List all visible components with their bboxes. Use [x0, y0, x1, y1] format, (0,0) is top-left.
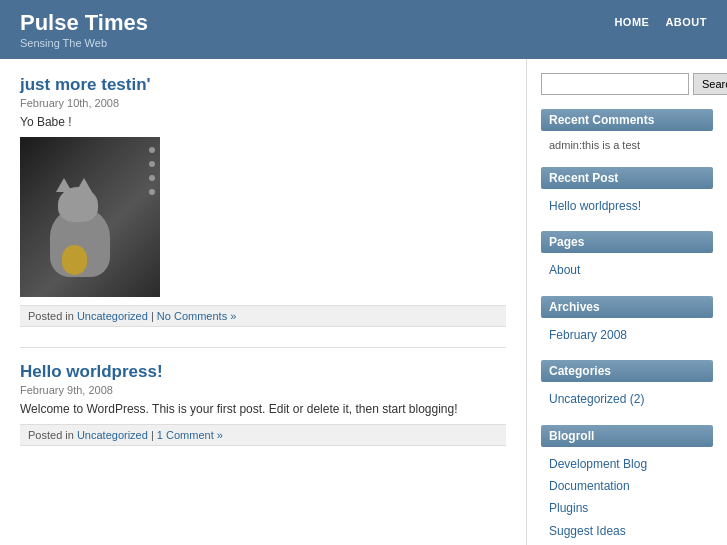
post-image	[20, 137, 160, 297]
page-wrapper: just more testin' February 10th, 2008 Yo…	[0, 59, 727, 545]
site-tagline: Sensing The Web	[20, 37, 148, 49]
post-date: February 10th, 2008	[20, 97, 506, 109]
nav-home[interactable]: HOME	[614, 16, 649, 28]
post-category-link[interactable]: Uncategorized	[77, 429, 148, 441]
site-brand: Pulse Times Sensing The Web	[20, 12, 148, 49]
blogroll-link-3[interactable]: Suggest Ideas	[541, 520, 713, 542]
recent-comments-section: Recent Comments admin:this is a test	[541, 109, 713, 153]
archives-link-feb2008[interactable]: February 2008	[541, 324, 713, 346]
archives-heading: Archives	[541, 296, 713, 318]
category-link-uncategorized[interactable]: Uncategorized (2)	[541, 388, 713, 410]
nav-about[interactable]: ABOUT	[665, 16, 707, 28]
site-header: Pulse Times Sensing The Web HOME ABOUT	[0, 0, 727, 59]
post-comments-link[interactable]: No Comments »	[157, 310, 236, 322]
blogroll-section: Blogroll Development Blog Documentation …	[541, 425, 713, 545]
post-divider	[20, 347, 506, 348]
recent-post-section: Recent Post Hello worldpress!	[541, 167, 713, 217]
site-title: Pulse Times	[20, 12, 148, 34]
pages-link-about[interactable]: About	[541, 259, 713, 281]
recent-comments-text: admin:this is a test	[541, 137, 713, 153]
pages-section: Pages About	[541, 231, 713, 281]
posted-in-label: Posted in	[28, 310, 77, 322]
blogroll-link-2[interactable]: Plugins	[541, 497, 713, 519]
post-title: just more testin'	[20, 75, 506, 95]
post-comments-link[interactable]: 1 Comment »	[157, 429, 223, 441]
post-item: just more testin' February 10th, 2008 Yo…	[20, 75, 506, 327]
main-content: just more testin' February 10th, 2008 Yo…	[0, 59, 527, 545]
categories-section: Categories Uncategorized (2)	[541, 360, 713, 410]
post-date: February 9th, 2008	[20, 384, 506, 396]
archives-section: Archives February 2008	[541, 296, 713, 346]
blogroll-heading: Blogroll	[541, 425, 713, 447]
post-excerpt: Yo Babe !	[20, 115, 506, 129]
post-footer: Posted in Uncategorized | 1 Comment »	[20, 424, 506, 446]
search-box: Search	[541, 73, 713, 95]
blogroll-link-1[interactable]: Documentation	[541, 475, 713, 497]
post-title-link[interactable]: Hello worldpress!	[20, 362, 163, 381]
post-category-link[interactable]: Uncategorized	[77, 310, 148, 322]
posted-in-label: Posted in	[28, 429, 77, 441]
main-nav: HOME ABOUT	[614, 12, 707, 28]
search-button[interactable]: Search	[693, 73, 727, 95]
post-item: Hello worldpress! February 9th, 2008 Wel…	[20, 362, 506, 446]
recent-post-link[interactable]: Hello worldpress!	[541, 195, 713, 217]
post-excerpt: Welcome to WordPress. This is your first…	[20, 402, 506, 416]
post-title-link[interactable]: just more testin'	[20, 75, 151, 94]
pages-heading: Pages	[541, 231, 713, 253]
search-section: Search	[541, 73, 713, 95]
sidebar: Search Recent Comments admin:this is a t…	[527, 59, 727, 545]
post-title: Hello worldpress!	[20, 362, 506, 382]
categories-heading: Categories	[541, 360, 713, 382]
recent-post-heading: Recent Post	[541, 167, 713, 189]
search-input[interactable]	[541, 73, 689, 95]
blogroll-link-0[interactable]: Development Blog	[541, 453, 713, 475]
post-footer: Posted in Uncategorized | No Comments »	[20, 305, 506, 327]
recent-comments-heading: Recent Comments	[541, 109, 713, 131]
